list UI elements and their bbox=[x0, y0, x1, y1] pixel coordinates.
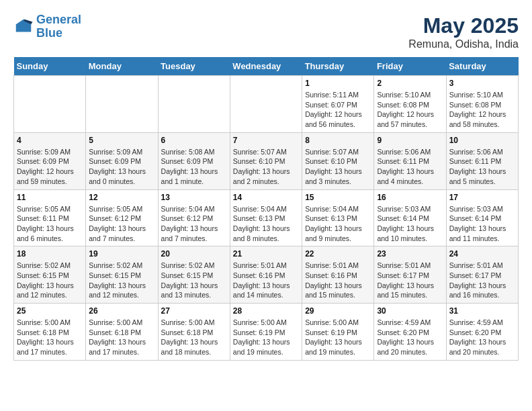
day-info: Sunrise: 5:00 AM Sunset: 6:19 PM Dayligh… bbox=[233, 318, 299, 357]
subtitle: Remuna, Odisha, India bbox=[408, 38, 519, 50]
day-number: 22 bbox=[305, 249, 371, 259]
day-number: 20 bbox=[161, 249, 227, 259]
calendar-cell: 25Sunrise: 5:00 AM Sunset: 6:18 PM Dayli… bbox=[14, 304, 86, 361]
calendar-cell: 11Sunrise: 5:05 AM Sunset: 6:11 PM Dayli… bbox=[14, 189, 86, 246]
day-info: Sunrise: 5:07 AM Sunset: 6:10 PM Dayligh… bbox=[233, 147, 299, 187]
day-info: Sunrise: 5:10 AM Sunset: 6:08 PM Dayligh… bbox=[377, 90, 443, 130]
calendar-week-1: 1Sunrise: 5:11 AM Sunset: 6:07 PM Daylig… bbox=[14, 76, 519, 133]
calendar-cell: 19Sunrise: 5:02 AM Sunset: 6:15 PM Dayli… bbox=[86, 246, 158, 304]
day-info: Sunrise: 5:01 AM Sunset: 6:17 PM Dayligh… bbox=[449, 261, 515, 300]
day-number: 31 bbox=[449, 306, 515, 316]
day-info: Sunrise: 5:00 AM Sunset: 6:18 PM Dayligh… bbox=[17, 318, 83, 357]
calendar-cell: 13Sunrise: 5:04 AM Sunset: 6:12 PM Dayli… bbox=[158, 189, 230, 246]
day-number: 2 bbox=[377, 79, 443, 88]
calendar-cell bbox=[230, 76, 302, 133]
day-info: Sunrise: 5:02 AM Sunset: 6:15 PM Dayligh… bbox=[161, 261, 227, 300]
day-number: 8 bbox=[305, 136, 371, 145]
calendar-cell bbox=[86, 76, 158, 133]
logo-text: GeneralBlue bbox=[36, 13, 81, 40]
weekday-header-tuesday: Tuesday bbox=[158, 57, 230, 76]
day-info: Sunrise: 5:07 AM Sunset: 6:10 PM Dayligh… bbox=[305, 147, 371, 187]
calendar-cell: 5Sunrise: 5:09 AM Sunset: 6:09 PM Daylig… bbox=[86, 132, 158, 189]
weekday-header-friday: Friday bbox=[374, 57, 446, 76]
calendar-cell: 6Sunrise: 5:08 AM Sunset: 6:09 PM Daylig… bbox=[158, 132, 230, 189]
day-number: 11 bbox=[17, 193, 83, 202]
day-number: 19 bbox=[89, 249, 154, 259]
day-info: Sunrise: 5:06 AM Sunset: 6:11 PM Dayligh… bbox=[377, 147, 443, 187]
day-number: 1 bbox=[305, 79, 371, 88]
calendar-cell: 31Sunrise: 4:59 AM Sunset: 6:20 PM Dayli… bbox=[446, 304, 518, 361]
calendar-week-2: 4Sunrise: 5:09 AM Sunset: 6:09 PM Daylig… bbox=[14, 132, 519, 189]
calendar-week-4: 18Sunrise: 5:02 AM Sunset: 6:15 PM Dayli… bbox=[14, 246, 519, 304]
calendar-cell: 21Sunrise: 5:01 AM Sunset: 6:16 PM Dayli… bbox=[230, 246, 302, 304]
logo-icon bbox=[13, 17, 34, 37]
day-info: Sunrise: 5:00 AM Sunset: 6:18 PM Dayligh… bbox=[161, 318, 227, 357]
day-number: 29 bbox=[305, 306, 371, 316]
calendar-cell: 24Sunrise: 5:01 AM Sunset: 6:17 PM Dayli… bbox=[446, 246, 518, 304]
day-info: Sunrise: 5:02 AM Sunset: 6:15 PM Dayligh… bbox=[17, 261, 83, 300]
calendar-cell: 27Sunrise: 5:00 AM Sunset: 6:18 PM Dayli… bbox=[158, 304, 230, 361]
logo: GeneralBlue bbox=[13, 13, 81, 40]
day-number: 17 bbox=[449, 193, 515, 202]
calendar-body: 1Sunrise: 5:11 AM Sunset: 6:07 PM Daylig… bbox=[14, 76, 519, 361]
calendar-cell: 12Sunrise: 5:05 AM Sunset: 6:12 PM Dayli… bbox=[86, 189, 158, 246]
calendar-table: SundayMondayTuesdayWednesdayThursdayFrid… bbox=[13, 57, 519, 361]
calendar-header-row: SundayMondayTuesdayWednesdayThursdayFrid… bbox=[14, 57, 519, 76]
main-title: May 2025 bbox=[408, 13, 519, 38]
page-header: GeneralBlue May 2025 Remuna, Odisha, Ind… bbox=[13, 13, 519, 50]
day-number: 9 bbox=[377, 136, 443, 145]
calendar-cell: 9Sunrise: 5:06 AM Sunset: 6:11 PM Daylig… bbox=[374, 132, 446, 189]
day-info: Sunrise: 5:10 AM Sunset: 6:08 PM Dayligh… bbox=[449, 90, 515, 130]
day-info: Sunrise: 4:59 AM Sunset: 6:20 PM Dayligh… bbox=[449, 318, 515, 357]
calendar-cell: 7Sunrise: 5:07 AM Sunset: 6:10 PM Daylig… bbox=[230, 132, 302, 189]
day-number: 10 bbox=[449, 136, 515, 145]
day-number: 23 bbox=[377, 249, 443, 259]
calendar-cell: 10Sunrise: 5:06 AM Sunset: 6:11 PM Dayli… bbox=[446, 132, 518, 189]
day-info: Sunrise: 5:01 AM Sunset: 6:17 PM Dayligh… bbox=[377, 261, 443, 300]
day-info: Sunrise: 5:05 AM Sunset: 6:11 PM Dayligh… bbox=[17, 204, 83, 244]
day-number: 27 bbox=[161, 306, 227, 316]
day-number: 30 bbox=[377, 306, 443, 316]
day-info: Sunrise: 5:08 AM Sunset: 6:09 PM Dayligh… bbox=[161, 147, 227, 187]
weekday-header-wednesday: Wednesday bbox=[230, 57, 302, 76]
day-number: 4 bbox=[17, 136, 83, 145]
day-number: 21 bbox=[233, 249, 299, 259]
calendar-cell: 3Sunrise: 5:10 AM Sunset: 6:08 PM Daylig… bbox=[446, 76, 518, 133]
calendar-cell: 14Sunrise: 5:04 AM Sunset: 6:13 PM Dayli… bbox=[230, 189, 302, 246]
day-info: Sunrise: 5:03 AM Sunset: 6:14 PM Dayligh… bbox=[377, 204, 443, 244]
calendar-cell bbox=[14, 76, 86, 133]
day-info: Sunrise: 5:04 AM Sunset: 6:12 PM Dayligh… bbox=[161, 204, 227, 244]
calendar-cell: 29Sunrise: 5:00 AM Sunset: 6:19 PM Dayli… bbox=[302, 304, 374, 361]
weekday-header-saturday: Saturday bbox=[446, 57, 518, 76]
day-info: Sunrise: 5:01 AM Sunset: 6:16 PM Dayligh… bbox=[233, 261, 299, 300]
day-info: Sunrise: 5:06 AM Sunset: 6:11 PM Dayligh… bbox=[449, 147, 515, 187]
day-info: Sunrise: 5:01 AM Sunset: 6:16 PM Dayligh… bbox=[305, 261, 371, 300]
day-info: Sunrise: 5:04 AM Sunset: 6:13 PM Dayligh… bbox=[305, 204, 371, 244]
calendar-cell: 2Sunrise: 5:10 AM Sunset: 6:08 PM Daylig… bbox=[374, 76, 446, 133]
calendar-week-5: 25Sunrise: 5:00 AM Sunset: 6:18 PM Dayli… bbox=[14, 304, 519, 361]
calendar-cell: 15Sunrise: 5:04 AM Sunset: 6:13 PM Dayli… bbox=[302, 189, 374, 246]
day-number: 14 bbox=[233, 193, 299, 202]
day-number: 16 bbox=[377, 193, 443, 202]
day-number: 12 bbox=[89, 193, 154, 202]
day-number: 13 bbox=[161, 193, 227, 202]
weekday-header-monday: Monday bbox=[86, 57, 158, 76]
day-info: Sunrise: 5:00 AM Sunset: 6:18 PM Dayligh… bbox=[89, 318, 154, 357]
day-info: Sunrise: 4:59 AM Sunset: 6:20 PM Dayligh… bbox=[377, 318, 443, 357]
calendar-week-3: 11Sunrise: 5:05 AM Sunset: 6:11 PM Dayli… bbox=[14, 189, 519, 246]
calendar-cell: 16Sunrise: 5:03 AM Sunset: 6:14 PM Dayli… bbox=[374, 189, 446, 246]
day-number: 5 bbox=[89, 136, 154, 145]
calendar-cell: 20Sunrise: 5:02 AM Sunset: 6:15 PM Dayli… bbox=[158, 246, 230, 304]
calendar-cell: 26Sunrise: 5:00 AM Sunset: 6:18 PM Dayli… bbox=[86, 304, 158, 361]
day-number: 28 bbox=[233, 306, 299, 316]
day-info: Sunrise: 5:04 AM Sunset: 6:13 PM Dayligh… bbox=[233, 204, 299, 244]
day-info: Sunrise: 5:05 AM Sunset: 6:12 PM Dayligh… bbox=[89, 204, 154, 244]
calendar-cell bbox=[158, 76, 230, 133]
calendar-cell: 1Sunrise: 5:11 AM Sunset: 6:07 PM Daylig… bbox=[302, 76, 374, 133]
day-info: Sunrise: 5:11 AM Sunset: 6:07 PM Dayligh… bbox=[305, 90, 371, 130]
day-info: Sunrise: 5:03 AM Sunset: 6:14 PM Dayligh… bbox=[449, 204, 515, 244]
title-block: May 2025 Remuna, Odisha, India bbox=[408, 13, 519, 50]
day-number: 26 bbox=[89, 306, 154, 316]
day-info: Sunrise: 5:09 AM Sunset: 6:09 PM Dayligh… bbox=[17, 147, 83, 187]
calendar-cell: 28Sunrise: 5:00 AM Sunset: 6:19 PM Dayli… bbox=[230, 304, 302, 361]
